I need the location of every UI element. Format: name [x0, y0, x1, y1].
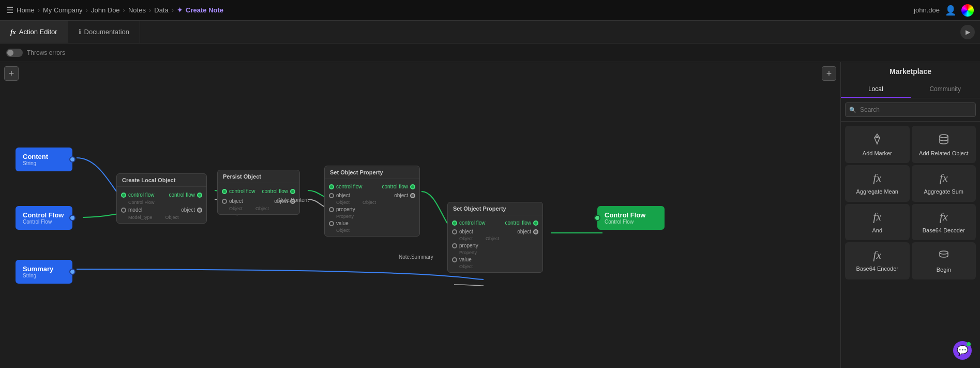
summary-type: String [23, 273, 65, 278]
sp2-val-in[interactable]: value [448, 255, 542, 264]
create-local-port-model[interactable]: model object [117, 205, 206, 215]
panel-item-aggregate-sum[interactable]: fx Aggregate Sum [912, 165, 976, 201]
tabbar: fx Action Editor ℹ Documentation ▶ [0, 21, 980, 43]
breadcrumb-notes[interactable]: Notes [128, 6, 146, 14]
breadcrumb-user[interactable]: John Doe [91, 6, 120, 14]
cf-output-label: Control Flow [605, 211, 645, 219]
menu-icon[interactable]: ☰ [6, 5, 13, 15]
search-icon-wrap [845, 102, 976, 117]
plus-button-left[interactable]: + [4, 66, 19, 81]
note-content-label: Note.Content [278, 197, 309, 203]
panel-grid: Add Marker Add Related Object f [845, 126, 976, 279]
fx-sum-icon: fx [940, 171, 948, 185]
run-button[interactable]: ▶ [960, 25, 975, 39]
db-icon [937, 132, 951, 146]
toggle-switch[interactable] [6, 49, 23, 57]
fx-and-icon: fx [873, 210, 881, 224]
sp2-cf-in[interactable]: control flow control flow [448, 218, 542, 227]
persist-port-cf[interactable]: control flow control flow [218, 186, 299, 196]
controlflow-output-dot[interactable] [69, 215, 76, 221]
cf-output-left-dot [594, 215, 600, 221]
begin-db-icon [937, 248, 951, 263]
node-create-local[interactable]: Create Local Object control flow control… [116, 173, 207, 224]
set-prop1-header: Set Object Property [325, 166, 419, 179]
sp2-obj-in[interactable]: object object [448, 227, 542, 236]
node-persist[interactable]: Persist Object control flow control flow… [217, 170, 300, 215]
canvas[interactable]: + + Content Strin [0, 62, 840, 368]
create-local-header: Create Local Object [117, 174, 206, 187]
tab-local[interactable]: Local [841, 81, 911, 98]
add-related-object-label: Add Related Object [919, 150, 968, 157]
topbar-right: john.doe 👤 [914, 4, 974, 17]
tab-documentation[interactable]: ℹ Documentation [68, 21, 140, 43]
info-icon: ℹ [79, 28, 81, 36]
note-summary-label: Note.Summary [399, 254, 433, 260]
panel-item-aggregate-mean[interactable]: fx Aggregate Mean [845, 165, 910, 201]
chat-notification-dot [967, 342, 971, 346]
base64-decoder-label: Base64 Decoder [923, 227, 965, 234]
sp1-cf-in[interactable]: control flow control flow [325, 182, 419, 191]
play-icon: ▶ [966, 28, 970, 36]
and-label: And [872, 227, 882, 234]
panel-item-base64-decoder[interactable]: fx Base64 Decoder [912, 204, 976, 240]
marker-icon [870, 132, 884, 146]
username: john.doe [914, 6, 940, 14]
cf-output-type: Control Flow [605, 219, 645, 225]
panel-item-begin[interactable]: Begin [912, 242, 976, 279]
svg-point-1 [940, 135, 948, 138]
controlflow-label: Control Flow [23, 211, 65, 219]
create-local-port-cf-in[interactable]: control flow control flow [117, 190, 206, 200]
panel-title: Marketplace [841, 62, 980, 81]
summary-output-dot[interactable] [69, 269, 76, 275]
node-summary-input[interactable]: Summary String [16, 260, 72, 284]
breadcrumb-home[interactable]: Home [17, 6, 35, 14]
togglebar: Throws errors [0, 43, 980, 62]
breadcrumb-company[interactable]: My Company [43, 6, 83, 14]
persist-header: Persist Object [218, 170, 299, 183]
aggregate-sum-label: Aggregate Sum [924, 188, 963, 195]
fx-mean-icon: fx [873, 171, 881, 185]
node-set-prop1[interactable]: Set Object Property control flow control… [324, 166, 420, 237]
begin-label: Begin [937, 266, 951, 273]
node-controlflow-input[interactable]: Control Flow Control Flow [16, 206, 72, 230]
content-type: String [23, 160, 65, 166]
sp2-prop-in[interactable]: property [448, 241, 542, 250]
right-panel: Marketplace Local Community [840, 62, 980, 368]
sp1-val-in[interactable]: value [325, 219, 419, 228]
panel-items: Add Marker Add Related Object f [841, 122, 980, 368]
model-dot [121, 208, 126, 213]
fx-b64enc-icon: fx [873, 248, 881, 262]
search-input[interactable] [845, 102, 976, 117]
chat-icon: 💬 [957, 345, 968, 356]
breadcrumb-data[interactable]: Data [154, 6, 168, 14]
sp1-prop-in[interactable]: property [325, 205, 419, 214]
aggregate-mean-label: Aggregate Mean [856, 188, 898, 195]
panel-item-add-related-object[interactable]: Add Related Object [912, 126, 976, 163]
panel-item-add-marker[interactable]: Add Marker [845, 126, 910, 163]
node-content-input[interactable]: Content String [16, 148, 72, 171]
tab-community[interactable]: Community [911, 81, 981, 98]
node-controlflow-output[interactable]: Control Flow Control Flow [597, 206, 665, 230]
object-out-dot [197, 208, 202, 213]
color-picker-icon[interactable] [961, 4, 974, 17]
user-avatar-icon[interactable]: 👤 [945, 5, 956, 16]
panel-search [841, 98, 980, 122]
fx-icon: fx [10, 28, 16, 36]
throws-errors-toggle[interactable]: Throws errors [6, 49, 65, 57]
content-label: Content [23, 153, 65, 160]
plus-button-right[interactable]: + [822, 66, 836, 81]
chat-bubble[interactable]: 💬 [953, 341, 972, 360]
cf-in-dot [121, 193, 126, 198]
node-set-prop2[interactable]: Set Object Property control flow control… [447, 202, 543, 273]
base64-encoder-label: Base64 Encoder [856, 265, 898, 272]
topbar-breadcrumb: ☰ Home › My Company › John Doe › Notes ›… [6, 5, 223, 15]
tab-action-editor[interactable]: fx Action Editor [0, 21, 68, 43]
add-marker-label: Add Marker [863, 150, 892, 157]
cf-out-dot [197, 193, 202, 198]
panel-item-and[interactable]: fx And [845, 204, 910, 240]
summary-label: Summary [23, 265, 65, 273]
panel-item-base64-encoder[interactable]: fx Base64 Encoder [845, 242, 910, 279]
sp1-obj-in[interactable]: object object [325, 191, 419, 200]
svg-point-2 [940, 251, 948, 254]
content-output-dot[interactable] [69, 156, 76, 163]
